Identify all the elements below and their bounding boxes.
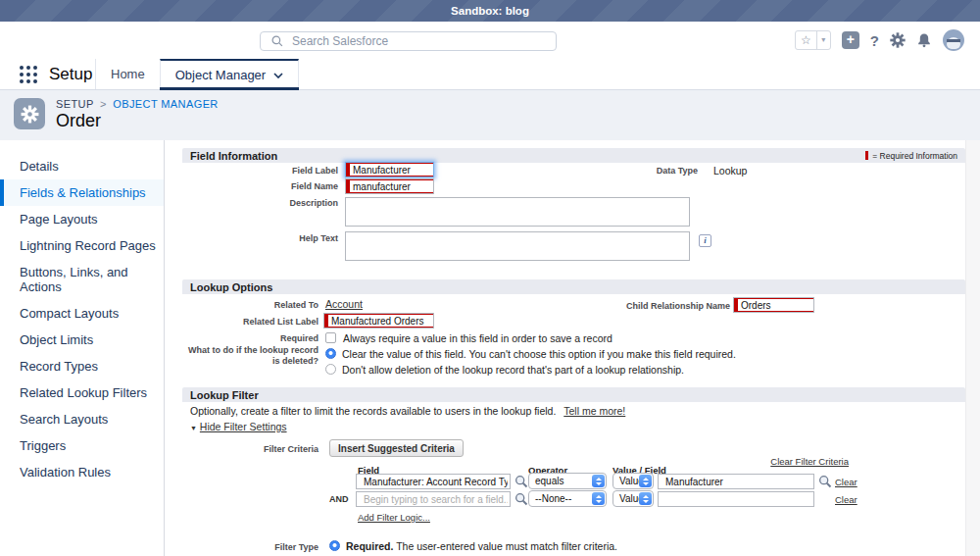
app-launcher-icon[interactable] (20, 66, 37, 83)
related-list-label-input[interactable] (323, 313, 434, 329)
criteria-row1-value-lookup-icon[interactable] (818, 475, 832, 488)
section-lookup-filter: Lookup Filter (182, 387, 965, 402)
criteria-row2-operator-select[interactable]: --None-- (528, 490, 607, 507)
child-relationship-name-label: Child Relationship Name (496, 301, 730, 311)
header-icons: ☆ ▾ + ? (795, 29, 964, 51)
global-header: ☆ ▾ + ? (0, 22, 980, 59)
criteria-row1-value-input[interactable] (658, 474, 814, 489)
child-relationship-name-input[interactable] (733, 297, 814, 313)
filter-type-required-text: Required. The user-entered value must ma… (346, 540, 617, 552)
dont-allow-deletion-option-text: Don't allow deletion of the lookup recor… (342, 364, 684, 376)
breadcrumb: SETUP > OBJECT MANAGER (56, 98, 219, 110)
sidebar-item-compact-layouts[interactable]: Compact Layouts (0, 300, 164, 327)
avatar-band (947, 39, 960, 42)
search-input[interactable] (292, 34, 556, 48)
search-icon (271, 35, 283, 47)
lookup-filter-intro: Optionally, create a filter to limit the… (190, 405, 625, 417)
criteria-and-label: AND (329, 494, 349, 504)
select-stepper-icon (639, 492, 652, 505)
help-info-icon[interactable]: i (699, 234, 711, 247)
object-sidebar: Details Fields & Relationships Page Layo… (0, 140, 165, 556)
chevron-down-icon[interactable] (273, 73, 283, 78)
global-actions-icon[interactable]: + (842, 31, 859, 49)
related-to-link[interactable]: Account (325, 298, 363, 310)
tab-home[interactable]: Home (95, 59, 160, 89)
clear-value-radio[interactable] (325, 348, 336, 359)
data-type-value: Lookup (713, 165, 747, 177)
clear-filter-criteria-link[interactable]: Clear Filter Criteria (731, 456, 849, 467)
main-area: Details Fields & Relationships Page Layo… (0, 140, 980, 556)
related-to-label: Related To (182, 300, 318, 310)
criteria-row2-field-lookup-icon[interactable] (514, 492, 528, 506)
required-checkbox[interactable] (325, 332, 336, 343)
field-name-input[interactable] (345, 178, 434, 194)
help-icon[interactable]: ? (870, 32, 879, 49)
criteria-row1-valuetype-select[interactable]: Value (612, 473, 654, 489)
sidebar-item-buttons-links-actions[interactable]: Buttons, Links, and Actions (0, 259, 164, 300)
notifications-bell-icon[interactable] (916, 32, 932, 48)
sandbox-banner: Sandbox: blog (0, 0, 980, 22)
sidebar-item-record-types[interactable]: Record Types (0, 353, 164, 379)
breadcrumb-object-manager-link[interactable]: OBJECT MANAGER (113, 98, 218, 110)
global-search[interactable] (260, 31, 557, 51)
field-label-input[interactable] (345, 162, 434, 177)
description-label: Description (182, 198, 338, 208)
user-avatar[interactable] (943, 29, 964, 51)
sidebar-item-details[interactable]: Details (0, 153, 164, 179)
filter-type-label: Filter Type (182, 542, 318, 552)
criteria-row1-field-input[interactable] (356, 474, 511, 489)
sidebar-item-page-layouts[interactable]: Page Layouts (0, 206, 164, 232)
sidebar-item-triggers[interactable]: Triggers (0, 432, 164, 459)
hide-filter-settings[interactable]: ▼ Hide Filter Settings (190, 421, 287, 432)
related-list-label-label: Related List Label (182, 317, 318, 327)
setup-gear-icon[interactable] (890, 32, 906, 48)
criteria-row1-field-lookup-icon[interactable] (514, 475, 528, 488)
page-title: Order (56, 111, 101, 131)
collapse-triangle-icon: ▼ (190, 425, 197, 431)
add-filter-logic-link[interactable]: Add Filter Logic... (358, 512, 430, 523)
sidebar-item-fields-relationships[interactable]: Fields & Relationships (0, 179, 164, 206)
field-edit-content: Field Information = Required Information… (165, 140, 980, 556)
setup-nav: Setup Home Object Manager (0, 59, 980, 90)
required-bar-icon (865, 151, 868, 160)
description-textarea[interactable] (345, 197, 690, 227)
breadcrumb-setup: SETUP (56, 98, 93, 110)
field-name-label: Field Name (182, 181, 338, 191)
favorites-dropdown-icon[interactable]: ▾ (816, 31, 830, 49)
field-label-label: Field Label (182, 166, 338, 176)
lookup-deleted-label: What to do if the lookup record is delet… (182, 345, 318, 367)
help-text-label: Help Text (182, 233, 338, 243)
criteria-row1-operator-select[interactable]: equals (528, 473, 607, 489)
sidebar-item-object-limits[interactable]: Object Limits (0, 327, 164, 353)
favorite-star-icon[interactable]: ☆ (796, 31, 816, 49)
filter-type-required-radio[interactable] (329, 540, 340, 551)
criteria-row2-clear-link[interactable]: Clear (835, 494, 858, 505)
setup-brand: Setup (0, 59, 95, 89)
clear-value-option-text: Clear the value of this field. You can't… (342, 348, 736, 360)
hide-filter-settings-link[interactable]: Hide Filter Settings (200, 421, 287, 432)
setup-object-icon (14, 98, 45, 129)
favorites-control[interactable]: ☆ ▾ (795, 30, 831, 50)
data-type-label: Data Type (604, 166, 698, 176)
sidebar-item-validation-rules[interactable]: Validation Rules (0, 459, 164, 485)
required-legend: = Required Information (865, 151, 957, 161)
criteria-row2-value-input[interactable] (658, 491, 814, 507)
sidebar-item-search-layouts[interactable]: Search Layouts (0, 406, 164, 432)
page-header: SETUP > OBJECT MANAGER Order (0, 90, 980, 140)
filter-criteria-label: Filter Criteria (182, 444, 318, 454)
help-text-textarea[interactable] (345, 231, 690, 261)
required-option-text: Always require a value in this field in … (343, 332, 612, 344)
section-lookup-options: Lookup Options (182, 279, 965, 294)
dont-allow-deletion-radio[interactable] (325, 364, 336, 375)
tab-object-manager[interactable]: Object Manager (160, 59, 300, 89)
criteria-row2-field-input[interactable] (356, 491, 511, 507)
insert-suggested-criteria-button[interactable]: Insert Suggested Criteria (329, 439, 464, 457)
select-stepper-icon (592, 475, 605, 487)
criteria-row2-valuetype-select[interactable]: Value (612, 490, 654, 507)
tell-me-more-link[interactable]: Tell me more! (564, 405, 625, 417)
sidebar-item-lightning-record-pages[interactable]: Lightning Record Pages (0, 232, 164, 259)
app-name: Setup (49, 65, 92, 84)
criteria-row1-clear-link[interactable]: Clear (835, 477, 858, 487)
sidebar-item-related-lookup-filters[interactable]: Related Lookup Filters (0, 379, 164, 406)
select-stepper-icon (639, 475, 652, 487)
